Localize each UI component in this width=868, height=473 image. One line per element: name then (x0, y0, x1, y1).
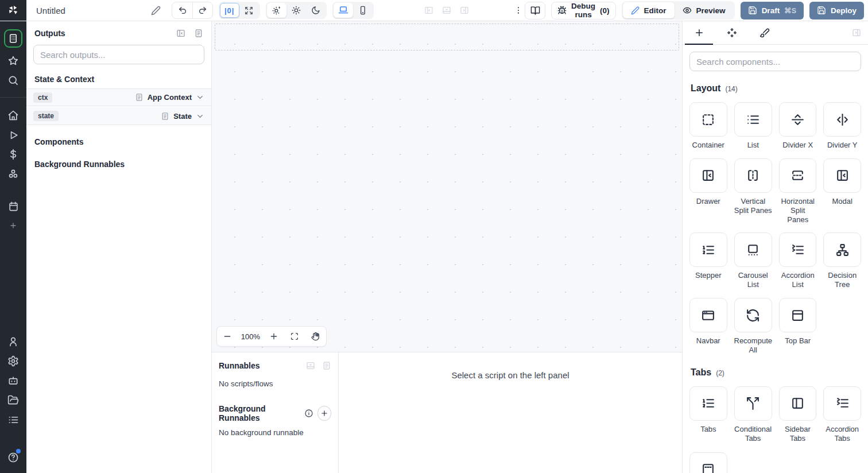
vertical-split-panes-card[interactable] (734, 158, 772, 193)
sidebar-item-help[interactable] (0, 448, 26, 467)
panel-right-collapse-icon[interactable] (852, 28, 861, 37)
panel-left-toggle-icon[interactable] (424, 6, 433, 15)
component-item: Conditional Tabs (734, 386, 772, 443)
list-card[interactable] (734, 102, 772, 137)
panel-right-toggle-icon[interactable] (460, 6, 469, 15)
app-grid-icon (8, 33, 18, 44)
docs-button[interactable] (525, 2, 545, 20)
pencil-icon (631, 6, 640, 15)
canvas-dropzone[interactable] (215, 24, 679, 51)
desktop-view-button[interactable] (334, 3, 353, 18)
sidebar-item-folders[interactable] (0, 390, 26, 410)
theme-light-button[interactable] (286, 3, 306, 18)
dollar-icon (7, 149, 19, 160)
carousel-list-card[interactable] (734, 232, 772, 267)
fit-canvas-button[interactable] (287, 329, 302, 344)
redo-button[interactable] (192, 2, 212, 18)
divider-x-card[interactable] (779, 102, 817, 137)
sidebar-item-runs[interactable] (0, 125, 26, 145)
info-icon[interactable] (304, 409, 313, 418)
app-canvas[interactable]: 100% (212, 21, 682, 352)
outputs-search[interactable] (33, 45, 204, 64)
sidebar-item-variables[interactable] (0, 145, 26, 164)
partial-component-card[interactable] (689, 452, 727, 473)
drawer-card[interactable] (689, 158, 727, 193)
sidebar-item-workers[interactable] (0, 410, 26, 429)
kebab-icon (514, 6, 523, 15)
plus-icon (694, 28, 704, 38)
fit-view-button[interactable] (239, 3, 259, 18)
sidebar-tabs-card[interactable] (779, 386, 817, 421)
theme-group (266, 2, 327, 19)
tab-component-tree[interactable] (715, 21, 748, 44)
empty-background-text: No background runnable (219, 428, 331, 437)
windmill-logo[interactable] (0, 0, 26, 21)
app-title[interactable]: Untitled (36, 6, 65, 15)
moon-icon (311, 6, 320, 15)
sidebar-item-settings[interactable] (0, 351, 26, 371)
panel-bottom-icon[interactable] (306, 361, 315, 370)
sidebar-item-ai[interactable] (0, 371, 26, 390)
document-icon[interactable] (194, 29, 203, 38)
document-icon[interactable] (322, 361, 331, 370)
decision-tree-card[interactable] (823, 232, 861, 267)
list-icon (8, 414, 19, 425)
sidebar-item-apps[interactable] (4, 29, 22, 48)
components-search[interactable] (689, 52, 861, 71)
chevron-down-icon[interactable] (196, 93, 204, 102)
conditional-tabs-card[interactable] (734, 386, 772, 421)
accordion-tabs-icon (835, 396, 850, 410)
sidebar-item-search[interactable] (0, 71, 26, 90)
pan-button[interactable] (308, 329, 323, 344)
deploy-button[interactable]: Deploy (809, 2, 864, 20)
ctx-row[interactable]: ctx App Context (26, 88, 211, 106)
navbar-card[interactable] (689, 298, 727, 332)
mobile-view-button[interactable] (353, 3, 373, 18)
theme-dark-button[interactable] (306, 3, 326, 18)
tab-styling[interactable] (748, 21, 781, 44)
recompute-all-card[interactable] (734, 298, 772, 332)
editor-tab[interactable]: Editor (623, 2, 675, 18)
zoom-out-button[interactable] (220, 329, 235, 344)
book-open-icon (530, 6, 540, 15)
tabs-card[interactable] (689, 386, 727, 421)
modal-card[interactable] (823, 158, 861, 193)
state-row[interactable]: state State (26, 107, 211, 125)
sidebar-item-account[interactable] (0, 332, 26, 351)
undo-button[interactable] (172, 2, 192, 18)
outputs-search-input[interactable] (40, 50, 197, 60)
container-card[interactable] (689, 102, 727, 137)
tab-insert-component[interactable] (683, 21, 715, 44)
accordion-tabs-card[interactable] (823, 386, 861, 421)
zoom-reset-button[interactable]: |0| (220, 3, 239, 18)
center-column: 100% Runnables (212, 21, 682, 473)
tabs-components-grid: Tabs Conditional Tabs Sidebar Tabs (689, 386, 861, 443)
stepper-card[interactable] (689, 232, 727, 267)
panel-bottom-toggle-icon[interactable] (442, 6, 451, 15)
zoom-in-button[interactable] (266, 329, 281, 344)
rename-app-button[interactable] (149, 3, 162, 17)
components-search-input[interactable] (696, 57, 854, 67)
sidebar-item-add[interactable] (0, 216, 26, 235)
add-background-runnable-button[interactable] (317, 406, 331, 421)
collapse-panel-icon[interactable] (176, 29, 185, 38)
horizontal-split-panes-card[interactable] (779, 158, 817, 193)
sidebar-item-resources[interactable] (0, 164, 26, 184)
component-label: Accordion Tabs (823, 425, 861, 443)
component-item: Tabs (689, 386, 727, 443)
component-label: Sidebar Tabs (779, 425, 817, 443)
sidebar-item-home[interactable] (0, 106, 26, 125)
accordion-list-card[interactable] (779, 232, 817, 267)
preview-tab[interactable]: Preview (675, 2, 734, 18)
divider-y-card[interactable] (823, 102, 861, 137)
list-icon (746, 113, 760, 127)
top-bar-card[interactable] (779, 298, 817, 332)
eye-icon (683, 6, 692, 15)
more-menu-button[interactable] (513, 2, 525, 18)
draft-button[interactable]: Draft ⌘S (741, 2, 804, 20)
chevron-down-icon[interactable] (196, 112, 204, 121)
theme-auto-button[interactable] (267, 3, 286, 18)
sidebar-item-schedules[interactable] (0, 196, 26, 216)
sidebar-item-favorites[interactable] (0, 51, 26, 71)
debug-runs-button[interactable]: Debug runs (0) (551, 2, 616, 20)
